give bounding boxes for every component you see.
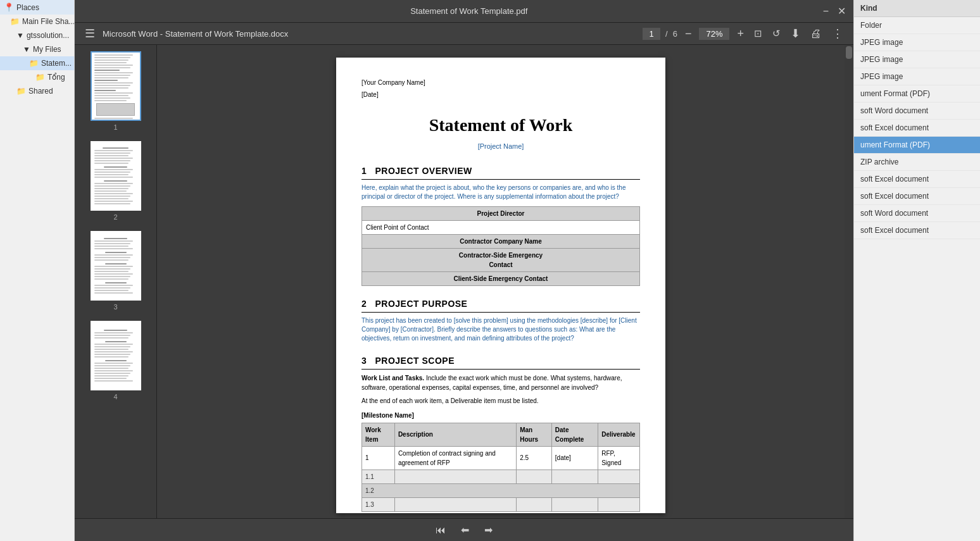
pdf-date: [Date] xyxy=(361,90,640,99)
zoom-in-button[interactable]: + xyxy=(734,27,746,40)
pdf-section-2-title: 2 Project Purpose xyxy=(361,297,640,313)
sidebar-item-statem[interactable]: 📁 Statem... xyxy=(0,56,74,70)
zoom-level-input[interactable] xyxy=(699,28,729,40)
thumbnail-num-3: 3 xyxy=(113,303,117,311)
section-3-label: Project Scope xyxy=(375,356,455,366)
right-panel-item-jpeg-1[interactable]: JPEG image xyxy=(854,34,980,51)
sidebar-item-shared[interactable]: 📁 Shared xyxy=(0,84,74,98)
work-table-header-desc: Description xyxy=(394,423,516,446)
minimize-button[interactable]: − xyxy=(820,5,831,17)
pdf-content-scroll[interactable]: [Your Company Name] [Date] Statement of … xyxy=(157,45,845,518)
next-page-button[interactable]: ➡ xyxy=(482,524,495,536)
pdf-section-3-body2: At the end of each work item, a Delivera… xyxy=(361,396,640,406)
expand-icon-2: ▼ xyxy=(23,45,30,54)
places-icon: 📍 xyxy=(4,3,14,12)
pdf-company-name: [Your Company Name] xyxy=(361,78,640,87)
right-panel-item-excel-2[interactable]: soft Excel document xyxy=(854,171,980,188)
right-panel-item-zip[interactable]: ZIP archive xyxy=(854,154,980,171)
thumbnail-num-2: 2 xyxy=(113,213,117,221)
more-button[interactable]: ⋮ xyxy=(829,27,846,40)
pdf-doc-title: Microsoft Word - Statement of Work Templ… xyxy=(103,29,638,39)
pdf-project-name: [Project Name] xyxy=(361,141,640,152)
thumbnail-image-1 xyxy=(91,51,141,121)
pdf-thumbnail-4[interactable]: 4 xyxy=(91,321,141,401)
thumbnail-num-4: 4 xyxy=(113,393,117,401)
pdf-contacts-table: Project Director Client Point of Contact… xyxy=(361,206,640,286)
pdf-scrollbar[interactable] xyxy=(845,45,853,518)
fit-page-button[interactable]: ⊡ xyxy=(751,28,765,39)
right-panel-header: Kind xyxy=(854,0,980,17)
section-2-num: 2 xyxy=(361,299,367,309)
section-1-num: 1 xyxy=(361,166,367,176)
folder-icon: 📁 xyxy=(10,17,20,26)
pdf-section-2-desc: This project has been created to [solve … xyxy=(361,316,640,343)
sidebar-item-gtssolution[interactable]: ▼ gtssolution... xyxy=(0,28,74,42)
pdf-viewer: Statement of Work Template.pdf − ✕ ☰ Mic… xyxy=(75,0,853,541)
page-number-input[interactable] xyxy=(643,28,660,40)
right-panel-item-folder[interactable]: Folder xyxy=(854,17,980,34)
pdf-toolbar-right: ⬇ 🖨 ⋮ xyxy=(788,27,846,40)
right-panel-item-excel-1[interactable]: soft Excel document xyxy=(854,120,980,137)
work-table-header-deliverable: Deliverable xyxy=(598,423,640,446)
work-row-1-desc: Completion of contract signing and agree… xyxy=(394,446,516,469)
section-2-label: Project Purpose xyxy=(375,299,467,309)
table-cell-contractor: Contractor Company Name xyxy=(362,234,640,248)
hamburger-button[interactable]: ☰ xyxy=(82,27,97,40)
download-button[interactable]: ⬇ xyxy=(788,27,803,40)
folder-icon-2: 📁 xyxy=(29,59,39,68)
right-panel-item-excel-3[interactable]: soft Excel document xyxy=(854,188,980,205)
work-table-header-date: Date Complete xyxy=(551,423,598,446)
page-separator: / xyxy=(665,29,668,39)
prev-page-button[interactable]: ⬅ xyxy=(458,524,472,536)
sidebar-item-myfiles[interactable]: ▼ My Files xyxy=(0,42,74,56)
work-row-1-1-hours xyxy=(517,469,552,483)
zoom-out-button[interactable]: − xyxy=(682,27,694,40)
right-panel-item-excel-4[interactable]: soft Excel document xyxy=(854,222,980,239)
right-panel-item-jpeg-2[interactable]: JPEG image xyxy=(854,51,980,68)
work-row-1-2: 1.2 xyxy=(362,483,640,497)
work-row-1-date: [date] xyxy=(551,446,598,469)
section-1-label: Project Overview xyxy=(375,166,472,176)
sidebar-item-places[interactable]: 📍 Places xyxy=(0,0,74,15)
pdf-milestone-label: [Milestone Name] xyxy=(361,411,640,420)
folder-icon-3: 📁 xyxy=(35,73,45,82)
right-panel-item-word-2[interactable]: soft Word document xyxy=(854,205,980,222)
work-row-1-1-desc xyxy=(394,469,516,483)
work-row-1-3-del xyxy=(598,497,640,511)
thumbnail-num-1: 1 xyxy=(113,123,117,131)
work-row-1-1: 1.1 xyxy=(362,469,395,483)
first-page-button[interactable]: ⏮ xyxy=(433,525,448,536)
sidebar-item-main-file[interactable]: 📁 Main File Sha... xyxy=(0,15,74,28)
thumbnail-image-4 xyxy=(91,321,141,390)
work-row-1-3-hours xyxy=(517,497,552,511)
work-row-1-hours: 2.5 xyxy=(517,446,552,469)
page-total: 6 xyxy=(673,29,677,39)
pdf-doc-main-title: Statement of Work xyxy=(361,112,640,139)
pdf-page-1: [Your Company Name] [Date] Statement of … xyxy=(336,58,665,513)
pdf-thumbnail-2[interactable]: 2 xyxy=(91,141,141,221)
sidebar-item-tong[interactable]: 📁 Tổng xyxy=(0,70,74,84)
work-row-1-3: 1.3 xyxy=(362,497,395,511)
pdf-section-1-title: 1 Project Overview xyxy=(361,165,640,180)
rotate-button[interactable]: ↺ xyxy=(770,28,783,39)
section-3-num: 3 xyxy=(361,356,367,366)
table-cell-director: Project Director xyxy=(362,206,640,220)
pdf-titlebar: Statement of Work Template.pdf − ✕ xyxy=(75,0,853,23)
pdf-section-1-desc: Here, explain what the project is about,… xyxy=(361,183,640,201)
work-row-1-1-del xyxy=(598,469,640,483)
right-panel-item-pdf-1[interactable]: ument Format (PDF) xyxy=(854,85,980,103)
pdf-thumbnail-3[interactable]: 3 xyxy=(91,231,141,311)
pdf-body: 1 xyxy=(75,45,853,518)
print-button[interactable]: 🖨 xyxy=(808,27,824,40)
close-button[interactable]: ✕ xyxy=(835,5,848,17)
pdf-work-table: Work Item Description Man Hours Date Com… xyxy=(361,423,640,512)
right-panel-item-word-1[interactable]: soft Word document xyxy=(854,103,980,120)
pdf-bottom-bar: ⏮ ⬅ ➡ xyxy=(75,518,853,541)
right-panel-item-pdf-selected[interactable]: ument Format (PDF) xyxy=(854,137,980,154)
pdf-thumbnail-1[interactable]: 1 xyxy=(91,51,141,131)
right-panel-item-jpeg-3[interactable]: JPEG image xyxy=(854,68,980,85)
pdf-controls: / 6 − + ⊡ ↺ xyxy=(643,27,783,40)
work-row-1-3-date xyxy=(551,497,598,511)
thumbnail-image-2 xyxy=(91,141,141,211)
thumbnail-image-3 xyxy=(91,231,141,301)
